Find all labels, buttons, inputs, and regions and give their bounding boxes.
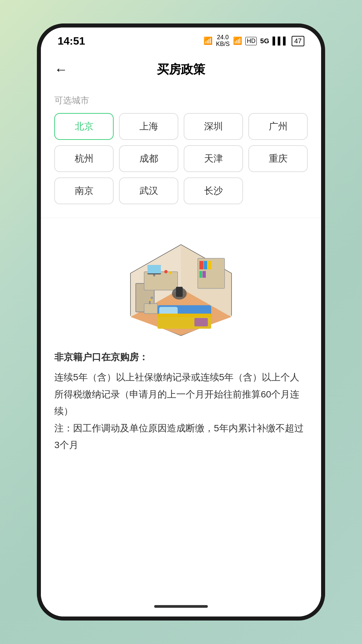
svg-rect-19 [149, 301, 150, 304]
city-grid: 北京 上海 深圳 广州 杭州 成都 天津 重庆 南京 武汉 长沙 [54, 113, 308, 204]
signal-bars: ▌▌▌ [273, 37, 288, 45]
city-btn-nanjing[interactable]: 南京 [54, 177, 114, 204]
svg-point-5 [150, 297, 153, 299]
policy-title: 非京籍户口在京购房： [54, 349, 308, 366]
city-btn-shenzhen[interactable]: 深圳 [184, 113, 243, 140]
svg-rect-17 [176, 287, 183, 297]
svg-point-26 [164, 270, 168, 273]
status-bar: 14:51 📶 24.0KB/S 📶 HD 5G ▌▌▌ 47 [41, 28, 321, 54]
policy-text: 非京籍户口在京购房： 连续5年（含）以上社保缴纳记录或连续5年（含）以上个人所得… [54, 349, 308, 453]
city-section-label: 可选城市 [54, 95, 308, 106]
svg-rect-8 [147, 265, 161, 273]
svg-point-27 [169, 271, 172, 274]
svg-rect-9 [153, 274, 155, 276]
svg-rect-13 [207, 261, 211, 269]
svg-rect-6 [144, 272, 178, 290]
section-divider [41, 218, 321, 218]
city-btn-wuhan[interactable]: 武汉 [119, 177, 178, 204]
header: ← 买房政策 [41, 54, 321, 85]
city-btn-beijing[interactable]: 北京 [54, 113, 114, 140]
home-bar [154, 605, 208, 608]
battery-icon: 47 [292, 36, 304, 46]
page-title: 买房政策 [157, 61, 205, 78]
hd-icon: HD [245, 37, 257, 45]
svg-rect-25 [194, 318, 208, 326]
svg-rect-18 [144, 304, 158, 314]
city-btn-tianjin[interactable]: 天津 [184, 145, 243, 172]
svg-rect-24 [158, 314, 211, 317]
svg-rect-14 [199, 271, 202, 278]
network-speed: 24.0KB/S [216, 34, 230, 48]
phone-frame: 14:51 📶 24.0KB/S 📶 HD 5G ▌▌▌ 47 ← 买房政策 可… [37, 23, 325, 621]
status-icons: 📶 24.0KB/S 📶 HD 5G ▌▌▌ 47 [203, 34, 304, 48]
svg-rect-15 [202, 271, 206, 278]
policy-content: 连续5年（含）以上社保缴纳记录或连续5年（含）以上个人所得税缴纳记录（申请月的上… [54, 369, 308, 453]
main-content: 可选城市 北京 上海 深圳 广州 杭州 成都 天津 重庆 南京 武汉 长沙 [41, 85, 321, 596]
bottom-indicator [41, 596, 321, 616]
svg-rect-12 [204, 261, 207, 269]
wifi-icon: 📶 [233, 37, 242, 45]
city-btn-chongqing[interactable]: 重庆 [248, 145, 308, 172]
city-btn-shanghai[interactable]: 上海 [119, 113, 178, 140]
back-button[interactable]: ← [54, 62, 68, 77]
city-btn-chengdu[interactable]: 成都 [119, 145, 178, 172]
status-time: 14:51 [58, 35, 85, 47]
city-btn-guangzhou[interactable]: 广州 [248, 113, 308, 140]
bluetooth-icon: 📶 [203, 37, 213, 45]
illustration-container [54, 231, 308, 339]
city-btn-hangzhou[interactable]: 杭州 [54, 145, 114, 172]
city-btn-changsha[interactable]: 长沙 [184, 177, 243, 204]
svg-rect-11 [199, 261, 203, 269]
room-illustration [117, 231, 245, 339]
signal-5g: 5G [260, 37, 269, 45]
